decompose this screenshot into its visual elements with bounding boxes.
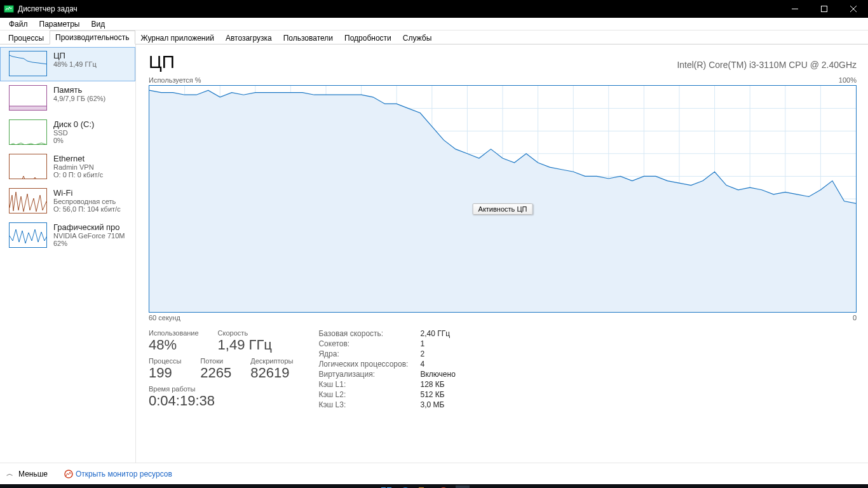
tab-performance[interactable]: Производительность	[50, 30, 135, 44]
utilization-label: Использование	[149, 329, 199, 337]
open-resource-monitor-link[interactable]: Открыть монитор ресурсов	[64, 470, 172, 478]
threads-value: 2265	[200, 365, 231, 381]
menu-options[interactable]: Параметры	[34, 18, 85, 30]
sidebar-item-label: Память	[53, 85, 105, 95]
app-icon	[4, 4, 14, 14]
fewer-details-button[interactable]: Меньше	[18, 470, 48, 478]
taskmgr-icon[interactable]	[456, 485, 470, 488]
close-button[interactable]	[839, 0, 868, 18]
l2-label: Кэш L2:	[318, 390, 420, 399]
speed-label: Скорость	[218, 329, 272, 337]
uptime-label: Время работы	[149, 385, 293, 393]
chart-y-max: 100%	[839, 76, 857, 84]
processes-label: Процессы	[149, 357, 181, 365]
edge-icon[interactable]	[398, 485, 412, 488]
window-title: Диспетчер задач	[18, 4, 780, 13]
l3-value: 3,0 МБ	[420, 400, 496, 409]
menu-file[interactable]: Файл	[4, 18, 33, 30]
l3-label: Кэш L3:	[318, 400, 420, 409]
sidebar-item-disk[interactable]: Диск 0 (C:) SSD 0%	[0, 116, 135, 150]
resmon-icon	[64, 470, 73, 478]
maximize-button[interactable]	[810, 0, 839, 18]
handles-label: Дескрипторы	[250, 357, 293, 365]
sidebar-item-sub2: 0%	[53, 137, 94, 144]
roblox-icon[interactable]	[475, 485, 489, 488]
lprocs-value: 4	[420, 360, 496, 369]
sidebar-item-ethernet[interactable]: Ethernet Radmin VPN О: 0 П: 0 кбит/с	[0, 150, 135, 184]
chevron-up-icon[interactable]: ︿	[6, 469, 13, 478]
sidebar-item-wifi[interactable]: Wi-Fi Беспроводная сеть О: 56,0 П: 104 к…	[0, 184, 135, 219]
resmon-label: Открыть монитор ресурсов	[76, 470, 172, 478]
l1-value: 128 КБ	[420, 380, 496, 389]
sidebar-item-gpu[interactable]: Графический про NVIDIA GeForce 710M 62%	[0, 219, 135, 253]
main-panel: ЦП Intel(R) Core(TM) i3-3110M CPU @ 2.40…	[136, 44, 868, 463]
tab-details[interactable]: Подробности	[339, 31, 397, 44]
sockets-label: Сокетов:	[318, 339, 420, 348]
sidebar-item-label: Ethernet	[53, 154, 103, 163]
sidebar: ЦП 48% 1,49 ГГц Память 4,9/7,9 ГБ (62%) …	[0, 44, 136, 463]
sidebar-item-label: ЦП	[53, 51, 97, 60]
minimize-button[interactable]	[780, 0, 810, 18]
tab-startup[interactable]: Автозагрузка	[220, 31, 278, 44]
threads-label: Потоки	[200, 357, 231, 365]
sidebar-item-sub2: О: 0 П: 0 кбит/с	[53, 171, 103, 179]
chart-y-label: Используется %	[149, 76, 201, 84]
cpu-thumb-icon	[9, 51, 47, 76]
taskbar[interactable]: - ︿ ENG 14:42:13	[0, 484, 868, 488]
sidebar-item-sub: SSD	[53, 129, 94, 137]
tabbar: Процессы Производительность Журнал прило…	[0, 30, 868, 44]
explorer-icon[interactable]	[417, 485, 431, 488]
cores-value: 2	[420, 349, 496, 358]
disk-thumb-icon	[9, 119, 47, 145]
ethernet-thumb-icon	[9, 154, 47, 179]
handles-value: 82619	[250, 365, 293, 381]
menubar: Файл Параметры Вид	[0, 18, 868, 30]
cores-label: Ядра:	[318, 349, 420, 358]
sidebar-item-sub: NVIDIA GeForce 710M	[53, 232, 125, 240]
virt-value: Включено	[420, 370, 496, 379]
chart-x-left: 60 секунд	[149, 314, 180, 322]
virt-label: Виртуализация:	[318, 370, 420, 379]
chart-tooltip: Активность ЦП	[473, 203, 533, 215]
speed-value: 1,49 ГГц	[218, 337, 272, 353]
l2-value: 512 КБ	[420, 390, 496, 399]
sidebar-item-label: Wi-Fi	[53, 188, 121, 198]
sidebar-item-cpu[interactable]: ЦП 48% 1,49 ГГц	[0, 47, 135, 81]
utilization-value: 48%	[149, 337, 199, 353]
chrome-icon[interactable]	[437, 485, 451, 488]
base-speed-value: 2,40 ГГц	[420, 329, 496, 338]
uptime-value: 0:04:19:38	[149, 393, 293, 409]
tab-services[interactable]: Службы	[397, 31, 437, 44]
sidebar-item-sub: Radmin VPN	[53, 163, 103, 171]
svg-rect-5	[10, 106, 47, 111]
tab-users[interactable]: Пользователи	[278, 31, 339, 44]
cpu-chart[interactable]: Активность ЦП	[149, 85, 857, 313]
l1-label: Кэш L1:	[318, 380, 420, 389]
wifi-thumb-icon	[9, 188, 47, 214]
footer-bar: ︿ Меньше Открыть монитор ресурсов	[0, 463, 868, 484]
window-titlebar: Диспетчер задач	[0, 0, 868, 18]
sidebar-item-sub: Беспроводная сеть	[53, 198, 121, 205]
sockets-value: 1	[420, 339, 496, 348]
gpu-thumb-icon	[9, 222, 47, 248]
processes-value: 199	[149, 365, 181, 381]
page-title: ЦП	[149, 52, 175, 72]
cpu-model: Intel(R) Core(TM) i3-3110M CPU @ 2.40GHz	[677, 60, 857, 70]
sidebar-item-sub2: О: 56,0 П: 104 кбит/с	[53, 205, 121, 213]
chart-x-right: 0	[853, 314, 857, 322]
memory-thumb-icon	[9, 85, 47, 111]
sidebar-item-label: Графический про	[53, 222, 125, 232]
svg-rect-2	[822, 6, 827, 12]
lprocs-label: Логических процессоров:	[318, 360, 420, 369]
cpu-details: Базовая скорость:2,40 ГГц Сокетов:1 Ядра…	[318, 329, 496, 409]
sidebar-item-sub: 48% 1,49 ГГц	[53, 60, 97, 68]
tab-processes[interactable]: Процессы	[3, 31, 50, 44]
sidebar-item-memory[interactable]: Память 4,9/7,9 ГБ (62%)	[0, 81, 135, 116]
sidebar-item-sub: 4,9/7,9 ГБ (62%)	[53, 95, 105, 102]
menu-view[interactable]: Вид	[86, 18, 110, 30]
base-speed-label: Базовая скорость:	[318, 329, 420, 338]
start-icon[interactable]	[379, 485, 393, 488]
sidebar-item-sub2: 62%	[53, 240, 125, 247]
sidebar-item-label: Диск 0 (C:)	[53, 119, 94, 129]
tab-app-history[interactable]: Журнал приложений	[135, 31, 220, 44]
